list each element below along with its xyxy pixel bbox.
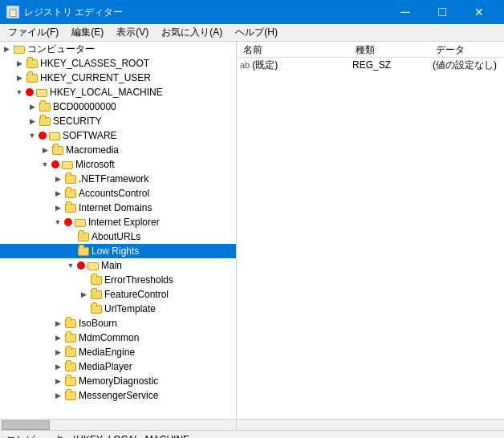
tree-node-hkcu[interactable]: ▶HKEY_CURRENT_USER: [0, 71, 236, 85]
menu-item-ファイル(F)[interactable]: ファイル(F): [2, 24, 65, 41]
tree-node-internetdomains[interactable]: ▶Internet Domains: [0, 201, 236, 215]
right-panel-header: 名前 種類 データ: [237, 42, 504, 58]
menu-item-編集(E)[interactable]: 編集(E): [65, 24, 110, 41]
tree-node-bcd[interactable]: ▶BCD00000000: [0, 99, 236, 114]
main-content: ▶コンピューター▶HKEY_CLASSES_ROOT▶HKEY_CURRENT_…: [0, 42, 504, 419]
reg-data-cell: (値の設定なし): [429, 59, 504, 72]
tree-label-hkcr: HKEY_CLASSES_ROOT: [40, 58, 149, 69]
tree-expander-main[interactable]: ▼: [64, 258, 77, 273]
tree-expander-macromedia[interactable]: ▶: [39, 143, 51, 157]
tree-node-isoburn[interactable]: ▶IsoBourn: [0, 316, 236, 331]
app-icon: 📋: [6, 6, 19, 18]
bottom-scrollbar: [0, 419, 504, 430]
right-hscrollbar[interactable]: [237, 420, 504, 430]
tree-expander-abouturls[interactable]: [64, 229, 77, 244]
tree-label-messengerservice: MessengerService: [79, 390, 158, 401]
tree-label-accountscontrol: AccountsControl: [79, 188, 149, 199]
folder-icon-isoburn: [64, 317, 77, 330]
col-header-data: データ: [429, 42, 504, 57]
tree-label-mdmcommon: MdmCommon: [79, 332, 139, 343]
folder-icon-abouturls: [77, 230, 90, 243]
tree-node-featurecontrol[interactable]: ▶FeatureControl: [0, 287, 236, 302]
left-hscrollbar[interactable]: [0, 420, 237, 430]
tree-node-mdmcommon[interactable]: ▶MdmCommon: [0, 331, 236, 345]
tree-scroll[interactable]: ▶コンピューター▶HKEY_CLASSES_ROOT▶HKEY_CURRENT_…: [0, 42, 236, 419]
tree-node-software[interactable]: ▼SOFTWARE: [0, 128, 236, 143]
tree-node-messengerservice[interactable]: ▶MessengerService: [0, 388, 236, 403]
tree-expander-microsoft[interactable]: ▼: [39, 157, 51, 172]
tree-node-mediaengine[interactable]: ▶MediaEngine: [0, 345, 236, 359]
tree-label-bcd: BCD00000000: [53, 101, 116, 112]
reg-name-cell: ab (既定): [237, 59, 349, 72]
reg-type-cell: REG_SZ: [349, 59, 429, 71]
red-dot-main: [77, 262, 85, 270]
folder-icon-computer: [13, 43, 26, 55]
red-dot-software: [39, 132, 47, 140]
tree-expander-internetexplorer[interactable]: ▼: [51, 215, 64, 229]
tree-node-macromedia[interactable]: ▶Macromedia: [0, 143, 236, 157]
tree-expander-isoburn[interactable]: ▶: [51, 316, 64, 331]
tree-label-macromedia: Macromedia: [66, 144, 119, 156]
tree-node-lowrights[interactable]: Low Rights: [0, 244, 236, 258]
tree-expander-hkcr[interactable]: ▶: [13, 56, 26, 71]
minimize-button[interactable]: ─: [387, 0, 424, 24]
tree-expander-hkcu[interactable]: ▶: [13, 71, 26, 85]
maximize-button[interactable]: □: [424, 0, 461, 24]
tree-expander-mediaplayer[interactable]: ▶: [51, 359, 64, 374]
tree-node-security[interactable]: ▶SECURITY: [0, 114, 236, 128]
tree-label-main: Main: [101, 260, 122, 271]
folder-icon-urltemplate: [90, 302, 103, 315]
tree-node-urltemplate[interactable]: UrlTemplate: [0, 302, 236, 316]
tree-node-hkcr[interactable]: ▶HKEY_CLASSES_ROOT: [0, 56, 236, 71]
tree-label-hklm: HKEY_LOCAL_MACHINE: [50, 87, 163, 98]
tree-expander-mediaengine[interactable]: ▶: [51, 345, 64, 359]
menu-item-表示(V)[interactable]: 表示(V): [110, 24, 155, 41]
tree-expander-memorydiagnostic[interactable]: ▶: [51, 374, 64, 388]
tree-expander-errorthresholds[interactable]: [77, 273, 90, 287]
tree-expander-urltemplate[interactable]: [77, 302, 90, 316]
red-dot-internetexplorer: [64, 218, 72, 226]
tree-node-abouturls[interactable]: AboutURLs: [0, 229, 236, 244]
tree-node-microsoft[interactable]: ▼Microsoft: [0, 157, 236, 172]
folder-icon-accountscontrol: [64, 187, 77, 200]
tree-label-security: SECURITY: [53, 116, 102, 127]
tree-expander-internetdomains[interactable]: ▶: [51, 201, 64, 215]
tree-node-memorydiagnostic[interactable]: ▶MemoryDiagnostic: [0, 374, 236, 388]
tree-expander-hklm[interactable]: ▼: [13, 85, 26, 99]
tree-expander-netframework[interactable]: ▶: [51, 172, 64, 186]
folder-icon-memorydiagnostic: [64, 375, 77, 387]
tree-label-microsoft: Microsoft: [75, 159, 115, 170]
left-hscroll-thumb[interactable]: [2, 420, 50, 430]
tree-expander-computer[interactable]: ▶: [0, 42, 13, 56]
folder-icon-software: [48, 129, 61, 142]
tree-node-errorthresholds[interactable]: ErrorThresholds: [0, 273, 236, 287]
tree-node-internetexplorer[interactable]: ▼Internet Explorer: [0, 215, 236, 229]
registry-row[interactable]: ab (既定) REG_SZ (値の設定なし): [237, 58, 504, 72]
tree-expander-accountscontrol[interactable]: ▶: [51, 186, 64, 201]
tree-label-isoburn: IsoBourn: [79, 318, 117, 329]
menu-item-ヘルプ(H)[interactable]: ヘルプ(H): [229, 24, 284, 41]
tree-expander-lowrights[interactable]: [64, 244, 77, 258]
tree-node-mediaplayer[interactable]: ▶MediaPlayer: [0, 359, 236, 374]
tree-label-internetexplorer: Internet Explorer: [88, 217, 160, 228]
tree-expander-bcd[interactable]: ▶: [26, 99, 39, 114]
tree-node-accountscontrol[interactable]: ▶AccountsControl: [0, 186, 236, 201]
folder-icon-hkcr: [26, 57, 39, 70]
close-button[interactable]: ✕: [461, 0, 498, 24]
menu-item-お気に入り(A)[interactable]: お気に入り(A): [155, 24, 229, 41]
tree-expander-mdmcommon[interactable]: ▶: [51, 331, 64, 345]
col-header-name: 名前: [237, 42, 349, 57]
folder-icon-internetdomains: [64, 201, 77, 214]
tree-label-errorthresholds: ErrorThresholds: [104, 274, 173, 286]
tree-node-netframework[interactable]: ▶.NETFramework: [0, 172, 236, 186]
tree-expander-featurecontrol[interactable]: ▶: [77, 287, 90, 302]
folder-icon-internetexplorer: [74, 216, 87, 229]
right-scroll[interactable]: ab (既定) REG_SZ (値の設定なし): [237, 58, 504, 419]
tree-node-hklm[interactable]: ▼HKEY_LOCAL_MACHINE: [0, 85, 236, 99]
tree-expander-software[interactable]: ▼: [26, 128, 39, 143]
tree-expander-messengerservice[interactable]: ▶: [51, 388, 64, 403]
tree-label-featurecontrol: FeatureControl: [104, 289, 169, 300]
tree-node-main[interactable]: ▼Main: [0, 258, 236, 273]
tree-node-computer[interactable]: ▶コンピューター: [0, 42, 236, 56]
tree-expander-security[interactable]: ▶: [26, 114, 39, 128]
